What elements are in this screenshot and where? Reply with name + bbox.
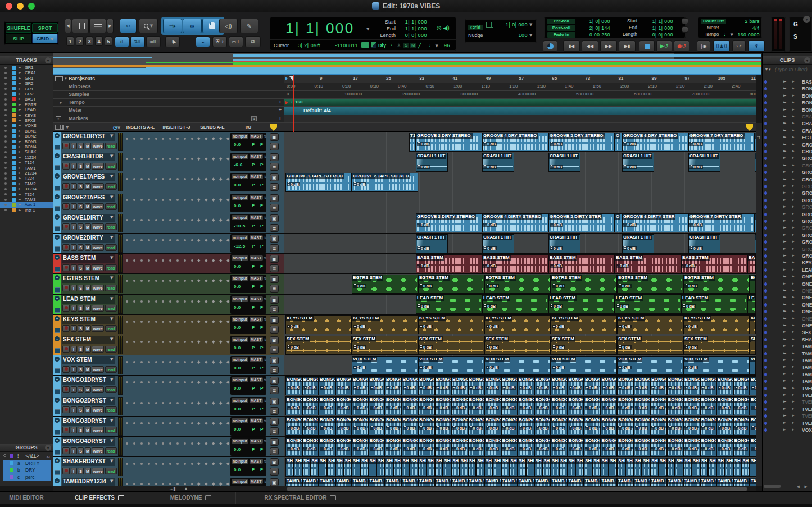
clip-gain-badge[interactable]: 0 dB xyxy=(353,386,366,390)
inserts-ae-slots[interactable] xyxy=(123,279,158,282)
tab-rx-spectral-editor[interactable]: RX SPECTRAL EDITOR xyxy=(236,492,365,504)
clip-expand-icon[interactable]: ▸ xyxy=(792,93,795,98)
audio-clip[interactable]: BONGO 1 DRY0 dB xyxy=(319,376,335,395)
audio-clip[interactable]: BONGO 4 DRY0 dB xyxy=(302,437,319,456)
track-collapse-icon[interactable]: ▾ xyxy=(55,255,60,260)
solo-button[interactable]: S xyxy=(78,305,84,312)
ruler-name[interactable]: Tempo xyxy=(69,99,85,105)
clip-list-name[interactable]: SFX STEM xyxy=(802,330,812,335)
clip-list-item[interactable]: ►▸TAMB1DRY1234 xyxy=(763,357,812,364)
clip-gain-badge[interactable]: 0 dB xyxy=(684,325,698,328)
inserts-ae-slots[interactable] xyxy=(123,462,158,465)
track-option-button-top[interactable]: ▣ xyxy=(270,275,279,283)
clip-gain-badge[interactable]: 0 dB xyxy=(569,447,582,451)
clips-filter-icon[interactable]: ▼▾ xyxy=(764,67,770,72)
clip-gain-badge[interactable]: 0 dB xyxy=(287,447,300,451)
track-name-dropdown[interactable]: ▼ xyxy=(110,459,113,463)
inserts-fj-slots[interactable] xyxy=(158,177,194,181)
audio-clip[interactable]: BONGO 4 DRY0 dB xyxy=(518,437,534,456)
track-collapse-icon[interactable]: ▾ xyxy=(55,173,60,179)
midi-merge-button[interactable]: ‖◉ xyxy=(697,40,710,52)
inserts-fj-slots[interactable] xyxy=(158,422,194,425)
audio-clip[interactable]: BONGO 4 DRY0 dB xyxy=(418,437,435,456)
audio-clip[interactable]: TAMB 1 DRY0 dB xyxy=(518,478,534,486)
waveform-zoom-button[interactable] xyxy=(72,19,89,33)
io-output[interactable]: MAST xyxy=(250,337,263,342)
record-enable-button[interactable] xyxy=(62,244,70,251)
clip-gain-badge[interactable]: 0 dB xyxy=(552,386,565,390)
clip-list-item[interactable]: ►▸GROOVE 2 TAPE xyxy=(763,148,812,155)
audio-clip[interactable]: TAMB 1 DRY0 dB xyxy=(551,478,568,486)
bars-ruler[interactable]: 91725334149576573818997105113 xyxy=(284,75,756,83)
sidebar-track-item[interactable]: ►TAM1 xyxy=(0,165,53,171)
zoom-preset-2[interactable]: 2 xyxy=(76,36,84,46)
audio-clip[interactable]: BONGO 2 DRY0 dB xyxy=(683,396,700,415)
audio-clip[interactable]: BONGO 4 DRY0 dB xyxy=(484,437,501,456)
record-enable-button[interactable] xyxy=(62,183,70,190)
clip-gain-badge[interactable]: 0 dB xyxy=(651,447,665,451)
audio-clip[interactable]: BONGO 3 DRY0 dB xyxy=(534,417,551,436)
zoom-preset-5[interactable]: 5 xyxy=(105,36,112,46)
clip-play-icon[interactable]: ► xyxy=(783,372,786,376)
sidebar-track-item[interactable]: ►BON4 xyxy=(0,144,53,150)
track-list-name[interactable]: BON2 xyxy=(25,134,36,139)
audio-clip[interactable]: BONGO 4 DRY0 dB xyxy=(650,437,667,456)
inserts-fj-slots[interactable] xyxy=(158,381,194,384)
inserts-fj-slots[interactable] xyxy=(158,198,194,202)
inserts-fj-header[interactable]: INSERTS F-J xyxy=(158,125,194,130)
clip-play-icon[interactable]: ► xyxy=(783,316,786,321)
tempo-label[interactable]: Tempo xyxy=(705,31,719,37)
clip-gain-badge[interactable]: 0 dB xyxy=(353,325,366,328)
audio-clip[interactable]: BONGO 3 DRY0 dB xyxy=(335,417,352,436)
mute-button[interactable]: M xyxy=(85,427,91,433)
audio-clip[interactable]: SHKR0 dB xyxy=(319,458,327,477)
gutter-equal-icon[interactable]: = xyxy=(757,145,762,150)
track-list-name[interactable]: BON3 xyxy=(25,139,36,144)
clip-play-icon[interactable]: ► xyxy=(783,170,786,174)
sends-ae-slots[interactable] xyxy=(194,360,230,364)
track-list-name[interactable]: KEYS xyxy=(25,113,36,118)
clip-list-item[interactable]: ►▸TAMB 1 DRY xyxy=(763,343,812,350)
clip-expand-icon[interactable]: ▸ xyxy=(792,316,795,321)
clip-gain-badge[interactable]: 0 dB xyxy=(502,386,516,390)
audio-clip[interactable]: BASS STEM0 dB xyxy=(615,254,681,273)
shuffle-mode-button[interactable]: SHUFFLE xyxy=(6,23,31,33)
audio-clip[interactable]: TAMB 1 DRY0 dB xyxy=(617,478,634,486)
track-name-dropdown[interactable]: ▼ xyxy=(110,337,113,341)
clip-list-item[interactable]: ►▸EGTRS STEM xyxy=(763,134,812,141)
transport-option-top[interactable] xyxy=(682,18,688,24)
clip-list-name[interactable]: BASS STEM xyxy=(802,79,812,85)
clip-expand-icon[interactable]: ▸ xyxy=(792,253,795,258)
track-playlist-icon[interactable] xyxy=(55,450,60,455)
clip-expand-icon[interactable]: ▸ xyxy=(792,246,795,251)
audio-clip[interactable]: BONGO 1 DRY0 dB xyxy=(468,376,485,395)
clip-gain-badge[interactable]: 0 dB xyxy=(618,406,632,410)
audio-clip[interactable]: BONGO 1 DRY0 dB xyxy=(700,376,717,395)
audio-clip[interactable]: SFX STEM0 dB xyxy=(418,336,484,355)
track-lane[interactable]: BONGO 2 DRY0 dBBONGO 2 DRY0 dBBONGO 2 DR… xyxy=(284,396,756,416)
audio-clip[interactable]: GROOVE 3 DRY STEREO-0 dB xyxy=(416,133,482,152)
clip-list-name[interactable]: BONGO 1 DRYST xyxy=(802,86,812,92)
audio-clip[interactable]: BASS STEM0 dB xyxy=(416,254,482,273)
clip-list-name[interactable]: GROOVE 7 DIRTY xyxy=(802,239,812,245)
clip-gain-badge[interactable]: 0 dB xyxy=(419,447,433,451)
audio-clip[interactable]: TAMB 1 DRY0 dB xyxy=(484,478,501,486)
audio-clip[interactable]: SHKR0 dB xyxy=(376,458,385,477)
audio-clip[interactable]: GROOVE 2 TAPE STEREO0 dB xyxy=(352,173,418,192)
clip-gain-badge[interactable]: 0 dB xyxy=(403,386,416,390)
clip-play-icon[interactable]: ► xyxy=(783,392,786,397)
clip-play-icon[interactable]: ► xyxy=(783,93,786,98)
io-output[interactable]: MAST xyxy=(250,255,263,261)
clip-list-item[interactable]: ►▸GROOVE 6 DRY- xyxy=(763,232,812,239)
clip-gain-badge[interactable]: 0 dB xyxy=(684,426,698,430)
mute-button[interactable]: M xyxy=(85,366,91,373)
track-show-dot[interactable] xyxy=(4,177,7,180)
clip-list-name[interactable]: BONGO 4 DRYST xyxy=(802,107,812,113)
automation-mode-button[interactable]: read xyxy=(105,366,117,373)
clip-list-name[interactable]: LEAD STEM xyxy=(802,267,812,273)
track-name[interactable]: BONGO4DRYST xyxy=(63,438,115,445)
audio-clip[interactable]: BONGO 4 DRY0 dB xyxy=(568,437,584,456)
clip-gain-badge[interactable]: 0 dB xyxy=(502,447,516,451)
audio-clip[interactable]: BONGO 4 DRY0 dB xyxy=(683,437,700,456)
clip-expand-icon[interactable]: ▸ xyxy=(792,351,795,355)
